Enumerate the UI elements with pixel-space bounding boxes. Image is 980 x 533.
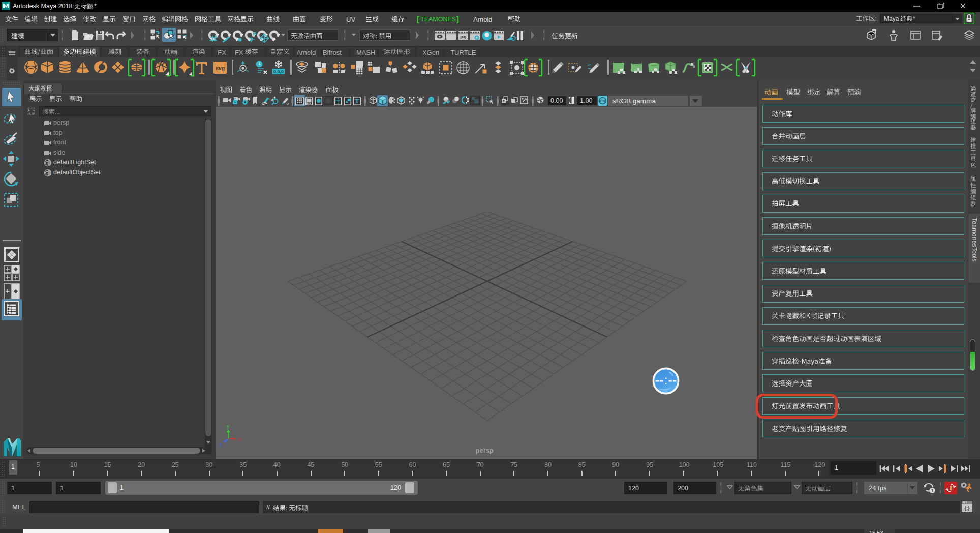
svg-text:0,0,0: 0,0,0 xyxy=(273,69,284,74)
svg-text:z: z xyxy=(219,442,222,448)
svg-text:y: y xyxy=(227,425,229,429)
svg-text:svg: svg xyxy=(216,65,225,71)
svg-text:IPR: IPR xyxy=(461,36,466,39)
svg-text:{;}: {;} xyxy=(964,506,969,511)
svg-text:T: T xyxy=(355,98,359,105)
svg-text:ON: ON xyxy=(600,99,605,103)
svg-text:1: 1 xyxy=(931,488,934,493)
svg-text:x: x xyxy=(238,436,240,442)
